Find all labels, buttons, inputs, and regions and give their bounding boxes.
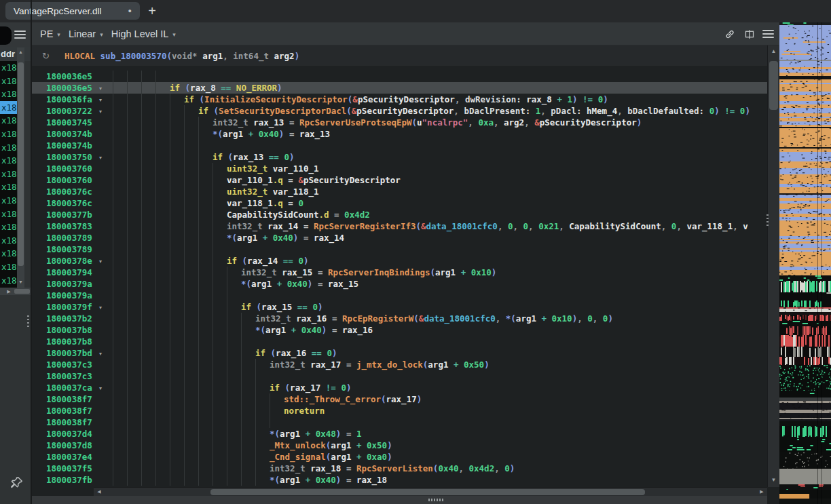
splitter-grip-dots[interactable] xyxy=(428,499,445,501)
code-line[interactable]: 1800037fb*(arg1 + 0x40) = rax_18 xyxy=(31,474,767,486)
refresh-icon[interactable]: ↻ xyxy=(42,51,50,61)
code-line[interactable]: 18000377bCapabilitySidCount.d = 0x4d2 xyxy=(31,209,767,220)
address-list-item[interactable]: x180 xyxy=(0,220,17,234)
code-token: *( xyxy=(213,129,223,139)
code-line[interactable]: 1800038f7std::_Throw_C_error(rax_17) xyxy=(31,393,767,405)
code-line[interactable]: 1800036e5▾if (rax_8 == NO_ERROR) xyxy=(31,82,767,94)
sidebar-menu-icon[interactable] xyxy=(14,31,26,39)
sidebar-scrollbar-thumb[interactable] xyxy=(18,62,24,266)
function-signature-bar[interactable]: ↻ HLOCAL sub_180003570(void* arg1, int64… xyxy=(32,45,767,66)
code-line[interactable]: 180003750▾if (rax_13 == 0) xyxy=(31,151,767,163)
code-line[interactable]: 180003745int32_t rax_13 = RpcServerUsePr… xyxy=(31,117,767,128)
pin-sidebar-icon[interactable] xyxy=(9,476,24,490)
address-list-item[interactable]: x180 xyxy=(0,154,17,168)
vertical-scrollbar-thumb[interactable] xyxy=(769,61,778,110)
code-line[interactable]: 180003760var_110_1.q = &pSecurityDescrip… xyxy=(31,174,767,186)
code-line[interactable]: 1800037b2int32_t rax_16 = RpcEpRegisterW… xyxy=(31,313,767,324)
code-line[interactable]: 18000379a xyxy=(31,290,767,301)
scroll-down-icon[interactable]: ▼ xyxy=(769,476,778,485)
address-list-item[interactable]: x180 xyxy=(0,168,17,181)
fold-arrow-icon[interactable]: ▾ xyxy=(99,152,102,163)
fold-arrow-icon[interactable]: ▾ xyxy=(99,94,102,106)
code-line[interactable]: 18000376cuint32_t var_118_1 xyxy=(31,186,767,197)
address-list-item[interactable]: x180 xyxy=(0,61,17,75)
code-line[interactable]: 1800038f7 xyxy=(31,416,767,428)
address-list-item[interactable]: x180 xyxy=(0,247,17,260)
code-line[interactable]: 1800037ca▾if (rax_17 != 0) xyxy=(31,382,767,393)
sidebar-scroll-down-icon[interactable]: ▼ xyxy=(17,278,24,286)
address-list-item[interactable]: x180 xyxy=(0,141,17,155)
address-list-item[interactable]: x180 xyxy=(0,75,17,88)
split-view-icon[interactable] xyxy=(743,28,756,40)
code-line[interactable]: 1800037b8*(arg1 + 0x40) = rax_16 xyxy=(31,324,767,336)
horizontal-scrollbar-thumb[interactable] xyxy=(210,489,645,495)
address-list-item[interactable]: x180 xyxy=(0,88,17,101)
code-line[interactable]: 18000378e▾if (rax_14 == 0) xyxy=(31,255,767,267)
panel-divider[interactable] xyxy=(31,0,32,504)
splitter-grip[interactable] xyxy=(767,214,769,228)
bottom-splitter[interactable] xyxy=(31,496,767,504)
fold-arrow-icon[interactable]: ▾ xyxy=(99,83,102,94)
code-line[interactable]: 1800036e5 xyxy=(31,71,767,82)
scroll-right-icon[interactable]: ▶ xyxy=(758,488,766,496)
sidebar-view-icon[interactable] xyxy=(0,26,12,45)
address-list-item[interactable]: x180 xyxy=(0,260,17,274)
code-line[interactable]: 180003783int32_t rax_14 = RpcServerRegis… xyxy=(31,220,767,232)
hlil-code-view[interactable]: 1800036e51800036e5▾if (rax_8 == NO_ERROR… xyxy=(31,66,767,487)
code-token: = xyxy=(298,221,314,231)
link-views-icon[interactable] xyxy=(723,28,737,40)
code-line[interactable]: 180003789*(arg1 + 0x40) = rax_14 xyxy=(31,232,767,244)
horizontal-scrollbar[interactable]: ◀ ▶ xyxy=(94,487,767,496)
fold-arrow-icon[interactable]: ▾ xyxy=(99,302,102,313)
address-list-item[interactable]: x180 xyxy=(0,234,17,248)
address-list-item[interactable]: x180 xyxy=(0,274,17,288)
sidebar-hscrollbar-thumb[interactable] xyxy=(14,289,30,294)
address-list-item[interactable]: x180 xyxy=(0,128,17,141)
code-line[interactable]: 1800037f5int32_t rax_18 = RpcServerListe… xyxy=(31,463,767,474)
il-level-menu[interactable]: High Level IL ▾ xyxy=(111,28,176,39)
code-line[interactable]: 1800037b8 xyxy=(31,336,767,347)
code-token: ( xyxy=(214,106,219,116)
document-tab[interactable]: VantageRpcServer.dll ● xyxy=(5,2,140,20)
minimap[interactable] xyxy=(779,22,831,504)
line-address: 180003722 xyxy=(46,105,92,117)
code-line[interactable]: 1800037d4*(arg1 + 0x48) = 1 xyxy=(31,428,767,440)
code-line[interactable]: 180003794int32_t rax_15 = RpcServerInqBi… xyxy=(31,267,767,278)
address-list-item[interactable]: x180 xyxy=(0,114,17,128)
new-tab-button[interactable]: + xyxy=(144,1,160,20)
code-line[interactable]: 18000374b*(arg1 + 0x40) = rax_13 xyxy=(31,128,767,140)
splitter-grip[interactable] xyxy=(27,315,29,329)
fold-arrow-icon[interactable]: ▾ xyxy=(99,348,102,360)
vertical-scrollbar[interactable]: ▲ ▼ xyxy=(767,45,779,487)
view-type-menu[interactable]: PE ▾ xyxy=(40,28,60,39)
address-list-item[interactable]: x180 xyxy=(0,208,17,221)
address-list-item[interactable]: x180 xyxy=(0,180,17,194)
code-line[interactable]: 18000379f▾if (rax_15 == 0) xyxy=(31,301,767,313)
address-column-header[interactable]: ddr xyxy=(0,47,31,61)
code-line[interactable]: 1800037c3 xyxy=(31,370,767,382)
address-list-item[interactable]: x180 xyxy=(0,194,17,208)
code-line[interactable]: 1800037c3int32_t rax_17 = j_mtx_do_lock(… xyxy=(31,359,767,370)
code-line[interactable]: 18000376cvar_118_1.q = 0 xyxy=(31,197,767,209)
scroll-left-icon[interactable]: ◀ xyxy=(95,488,103,496)
address-list-item[interactable]: x180 xyxy=(0,101,17,115)
code-line[interactable]: 180003722▾if (SetSecurityDescriptorDacl(… xyxy=(31,105,767,117)
code-line[interactable]: 180003760uint32_t var_110_1 xyxy=(31,163,767,174)
code-line[interactable]: 1800037bd▾if (rax_16 == 0) xyxy=(31,347,767,359)
code-line[interactable]: 180003789 xyxy=(31,244,767,255)
code-line[interactable]: 1800036fa▾if (InitializeSecurityDescript… xyxy=(31,94,767,105)
sidebar-scroll-up-icon[interactable]: ▲ xyxy=(17,48,24,56)
code-line[interactable]: 1800037e4_Cnd_signal(arg1 + 0xa0) xyxy=(31,451,767,463)
code-line[interactable]: 1800037d8_Mtx_unlock(arg1 + 0x50) xyxy=(31,440,767,451)
view-options-menu-icon[interactable] xyxy=(762,30,774,39)
code-line[interactable]: 18000379a*(arg1 + 0x40) = rax_15 xyxy=(31,278,767,290)
code-token: if xyxy=(170,83,185,93)
code-line[interactable]: 18000374b xyxy=(31,140,767,151)
sidebar-scroll-right-icon[interactable]: ▶ xyxy=(5,288,12,295)
scroll-up-icon[interactable]: ▲ xyxy=(769,47,778,56)
layout-menu[interactable]: Linear ▾ xyxy=(69,28,103,39)
fold-arrow-icon[interactable]: ▾ xyxy=(99,106,102,117)
code-line[interactable]: 1800038f7noreturn xyxy=(31,405,767,416)
fold-arrow-icon[interactable]: ▾ xyxy=(99,383,102,394)
fold-arrow-icon[interactable]: ▾ xyxy=(99,256,102,267)
